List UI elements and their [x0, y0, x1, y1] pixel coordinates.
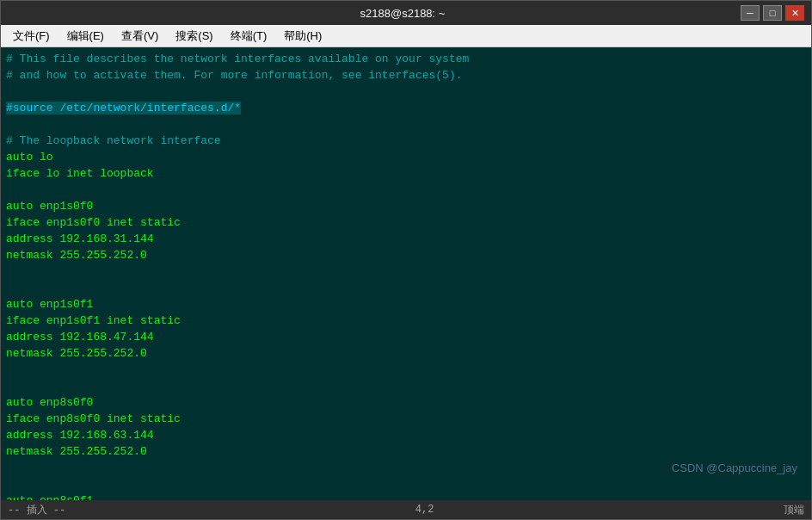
terminal-line: #source /etc/network/interfaces.d/* — [6, 100, 806, 116]
terminal-line — [6, 263, 806, 280]
close-button[interactable]: ✕ — [785, 5, 804, 21]
terminal-line: netmask 255.255.252.0 — [6, 247, 806, 263]
status-position: 4,2 — [415, 504, 434, 516]
window-title: s2188@s2188: ~ — [65, 7, 741, 20]
menu-item[interactable]: 查看(V) — [113, 25, 167, 46]
title-bar: s2188@s2188: ~ ─ □ ✕ — [1, 1, 811, 25]
menu-item[interactable]: 文件(F) — [4, 25, 58, 46]
terminal-content[interactable]: # This file describes the network interf… — [1, 47, 811, 500]
menu-item[interactable]: 搜索(S) — [167, 25, 221, 46]
terminal-line: address 192.168.47.144 — [6, 329, 806, 345]
terminal-line: # This file describes the network interf… — [6, 51, 806, 67]
terminal-line — [6, 476, 806, 492]
menu-bar: 文件(F)编辑(E)查看(V)搜索(S)终端(T)帮助(H) — [1, 25, 811, 47]
window-controls: ─ □ ✕ — [741, 5, 804, 21]
terminal-line: auto lo — [6, 149, 806, 165]
terminal-line: auto enp1s0f0 — [6, 198, 806, 214]
status-mode: -- 插入 -- — [8, 503, 65, 517]
terminal-line — [6, 116, 806, 133]
terminal-line: auto enp1s0f1 — [6, 296, 806, 313]
terminal-line: iface enp8s0f0 inet static — [6, 411, 806, 427]
terminal-line — [6, 84, 806, 100]
menu-item[interactable]: 编辑(E) — [58, 25, 113, 46]
terminal-line — [6, 378, 806, 394]
status-scroll: 顶端 — [784, 503, 804, 517]
terminal-line: netmask 255.255.252.0 — [6, 443, 806, 460]
terminal-line: iface enp1s0f1 inet static — [6, 313, 806, 329]
terminal-window: s2188@s2188: ~ ─ □ ✕ 文件(F)编辑(E)查看(V)搜索(S… — [0, 0, 812, 520]
terminal-line: auto enp8s0f0 — [6, 394, 806, 411]
menu-item[interactable]: 终端(T) — [222, 25, 276, 46]
terminal-line: iface lo inet loopback — [6, 165, 806, 182]
terminal-line — [6, 362, 806, 378]
terminal-line: # and how to activate them. For more inf… — [6, 67, 806, 84]
terminal-line — [6, 182, 806, 198]
terminal-line: address 192.168.63.144 — [6, 427, 806, 443]
terminal-line: address 192.168.31.144 — [6, 231, 806, 247]
terminal-line: netmask 255.255.252.0 — [6, 345, 806, 362]
status-bar: -- 插入 -- 4,2 顶端 — [1, 500, 811, 519]
minimize-button[interactable]: ─ — [741, 5, 760, 21]
terminal-line — [6, 460, 806, 476]
maximize-button[interactable]: □ — [763, 5, 782, 21]
terminal-line: iface enp1s0f0 inet static — [6, 214, 806, 231]
terminal-line — [6, 280, 806, 296]
terminal-line: # The loopback network interface — [6, 133, 806, 149]
terminal-line: auto enp8s0f1 — [6, 492, 806, 500]
menu-item[interactable]: 帮助(H) — [275, 25, 330, 46]
